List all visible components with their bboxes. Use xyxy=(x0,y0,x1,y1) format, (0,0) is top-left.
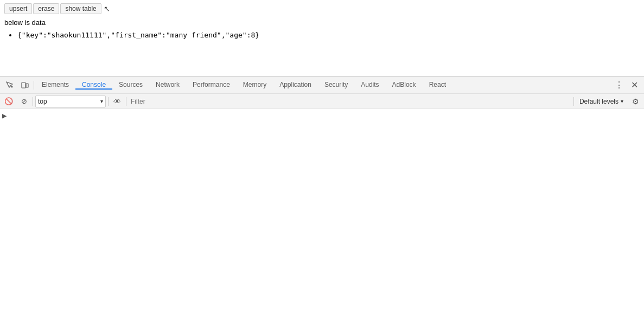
data-list: {"key":"shaokun11111","first_name":"many… xyxy=(4,31,640,39)
block-icon-button[interactable]: ⊘ xyxy=(17,95,30,108)
console-expand-row[interactable]: ▶ xyxy=(0,111,644,121)
show-table-button[interactable]: show table xyxy=(60,3,101,14)
chevron-right-icon: ▶ xyxy=(2,112,7,119)
tab-application[interactable]: Application xyxy=(273,81,318,90)
context-label: top xyxy=(38,98,47,105)
erase-button[interactable]: erase xyxy=(33,3,59,14)
tab-audits[interactable]: Audits xyxy=(354,81,385,90)
inspect-icon-button[interactable] xyxy=(2,78,17,93)
filter-separator xyxy=(573,97,574,106)
clear-console-button[interactable]: 🚫 xyxy=(2,95,15,108)
tab-react[interactable]: React xyxy=(423,81,452,90)
svg-rect-0 xyxy=(22,83,25,88)
console-toolbar-separator xyxy=(33,97,33,106)
devtools-tabs: Elements Console Sources Network Perform… xyxy=(35,81,611,90)
default-levels-arrow-icon: ▾ xyxy=(621,98,623,104)
console-separator-3 xyxy=(126,97,126,106)
data-list-item: {"key":"shaokun11111","first_name":"many… xyxy=(17,31,640,39)
tab-adblock[interactable]: AdBlock xyxy=(386,81,423,90)
toolbar-separator-1 xyxy=(34,81,34,90)
console-separator-2 xyxy=(108,97,109,106)
console-content: ▶ xyxy=(0,109,644,317)
devtools-toolbar-right: ⋮ ✕ xyxy=(611,78,642,93)
device-toolbar-icon-button[interactable] xyxy=(17,78,33,93)
below-is-data-label: below is data xyxy=(4,18,640,27)
close-devtools-button[interactable]: ✕ xyxy=(627,78,642,93)
eye-button[interactable]: 👁 xyxy=(111,95,124,108)
tab-elements[interactable]: Elements xyxy=(35,81,75,90)
upsert-button[interactable]: upsert xyxy=(4,3,32,14)
filter-input[interactable] xyxy=(129,96,571,107)
tab-console[interactable]: Console xyxy=(75,81,112,90)
devtools-panel: Elements Console Sources Network Perform… xyxy=(0,76,644,317)
tab-network[interactable]: Network xyxy=(149,81,186,90)
devtools-tab-bar: Elements Console Sources Network Perform… xyxy=(0,77,644,94)
tab-memory[interactable]: Memory xyxy=(237,81,273,90)
cursor-icon: ↖ xyxy=(104,4,110,13)
context-selector[interactable]: top ▾ xyxy=(35,96,106,107)
default-levels-label: Default levels xyxy=(579,98,619,105)
context-selector-arrow-icon: ▾ xyxy=(100,98,103,104)
console-settings-button[interactable]: ⚙ xyxy=(629,95,642,108)
button-row: upsert erase show table ↖ xyxy=(4,3,640,14)
more-options-button[interactable]: ⋮ xyxy=(611,78,627,93)
console-toolbar: 🚫 ⊘ top ▾ 👁 Default levels ▾ ⚙ xyxy=(0,94,644,109)
tab-security[interactable]: Security xyxy=(318,81,354,90)
tab-sources[interactable]: Sources xyxy=(112,81,149,90)
default-levels-dropdown[interactable]: Default levels ▾ xyxy=(576,96,627,107)
svg-rect-1 xyxy=(26,84,28,87)
tab-performance[interactable]: Performance xyxy=(186,81,237,90)
